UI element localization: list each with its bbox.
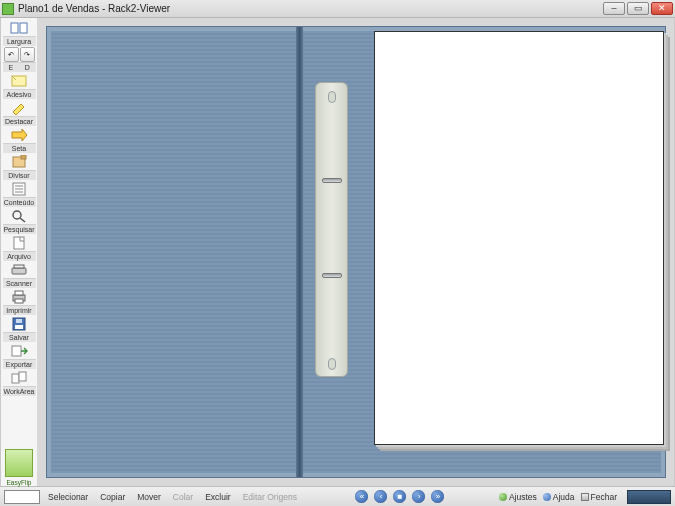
svg-rect-18 [15,299,23,303]
tool-imprimir[interactable]: Imprimir [3,289,36,315]
viewer-area [38,18,674,486]
svg-rect-0 [11,23,18,33]
page-number-input[interactable] [4,490,40,504]
maximize-button[interactable]: ▭ [627,2,649,15]
tool-label: Salvar [3,332,36,342]
tool-label: Scanner [3,278,36,288]
bottom-right-cluster: Ajustes Ajuda Fechar [499,490,671,504]
door-icon [581,493,589,501]
gear-icon [499,493,507,501]
tool-exportar[interactable]: Exportar [3,343,36,369]
scanner-icon [8,262,30,278]
nav-first-button[interactable]: « [355,490,368,503]
tool-label: Conteúdo [3,197,36,207]
rotate-right-button[interactable]: ↷ [20,47,35,62]
app-icon [2,3,14,15]
rotate-e-label: E [3,64,20,71]
file-icon [8,235,30,251]
editar-origens-button: Editar Origens [239,491,301,503]
svg-rect-24 [19,372,26,381]
tool-label: Destacar [3,116,36,126]
rotate-d-label: D [19,64,36,71]
copiar-button[interactable]: Copiar [96,491,129,503]
tool-pesquisar[interactable]: Pesquisar [3,208,36,234]
binder [46,26,666,478]
svg-rect-20 [15,325,23,329]
tool-largura[interactable]: Largura [3,20,36,46]
page-nav: « ‹ ■ › » [355,490,444,503]
tool-divisor[interactable]: Divisor [3,154,36,180]
contents-icon [8,181,30,197]
svg-rect-6 [21,155,26,159]
tool-seta[interactable]: Seta [3,127,36,153]
tool-rotate-labels: E D [3,62,36,72]
binder-rings [315,82,348,377]
tool-scanner[interactable]: Scanner [3,262,36,288]
tool-arquivo[interactable]: Arquivo [3,235,36,261]
rotate-left-button[interactable]: ↶ [4,47,19,62]
svg-rect-14 [12,268,26,274]
nav-last-button[interactable]: » [431,490,444,503]
tool-label: Largura [3,36,36,46]
minimize-button[interactable]: – [603,2,625,15]
save-icon [8,316,30,332]
mover-button[interactable]: Mover [133,491,165,503]
page-stack[interactable] [374,31,664,445]
svg-rect-17 [15,291,23,295]
nav-stop-button[interactable]: ■ [393,490,406,503]
tool-label: Exportar [3,359,36,369]
ring-clip [322,273,342,278]
window-title: Plano1 de Vendas - Rack2-Viewer [18,3,603,14]
fechar-label: Fechar [591,492,617,502]
svg-line-12 [20,218,25,222]
ajustes-label: Ajustes [509,492,537,502]
tool-destacar[interactable]: Destacar [3,100,36,126]
colar-button: Colar [169,491,197,503]
help-icon [543,493,551,501]
tool-label: Imprimir [3,305,36,315]
export-icon [8,343,30,359]
arrow-icon [8,127,30,143]
ajuda-button[interactable]: Ajuda [543,492,575,502]
sticky-note-icon [8,73,30,89]
ring-hole [328,91,336,103]
easyflip-label: EasyFlip [5,479,33,486]
printer-icon [8,289,30,305]
tool-workarea[interactable]: WorkArea [3,370,36,396]
ajustes-button[interactable]: Ajustes [499,492,537,502]
tool-rotate: ↶ ↷ [3,47,36,62]
svg-rect-15 [14,265,24,268]
sidebar: Largura ↶ ↷ E D Adesivo Destacar [1,18,38,486]
workarea-icon [8,370,30,386]
tool-label: Pesquisar [3,224,36,234]
svg-rect-23 [12,374,19,383]
binder-spine [296,27,303,477]
tool-adesivo[interactable]: Adesivo [3,73,36,99]
close-button[interactable]: ✕ [651,2,673,15]
tool-salvar[interactable]: Salvar [3,316,36,342]
tool-label: Seta [3,143,36,153]
selecionar-button[interactable]: Selecionar [44,491,92,503]
tool-conteudo[interactable]: Conteúdo [3,181,36,207]
svg-marker-4 [13,104,24,115]
nav-prev-button[interactable]: ‹ [374,490,387,503]
search-icon [8,208,30,224]
width-icon [8,20,30,36]
svg-point-11 [13,211,21,219]
easyflip-icon [5,449,33,477]
nav-next-button[interactable]: › [412,490,425,503]
highlighter-icon [8,100,30,116]
svg-rect-21 [16,319,22,323]
bottom-toolbar: Selecionar Copiar Mover Colar Excluir Ed… [0,486,675,506]
easyflip-button[interactable]: EasyFlip [5,447,33,486]
ajuda-label: Ajuda [553,492,575,502]
tool-label: Divisor [3,170,36,180]
divider-icon [8,154,30,170]
app-body: Largura ↶ ↷ E D Adesivo Destacar [0,18,675,486]
tool-label: Adesivo [3,89,36,99]
window-buttons: – ▭ ✕ [603,2,673,15]
excluir-button[interactable]: Excluir [201,491,235,503]
tool-label: WorkArea [3,386,36,396]
bottom-endcap [627,490,671,504]
fechar-button[interactable]: Fechar [581,492,617,502]
